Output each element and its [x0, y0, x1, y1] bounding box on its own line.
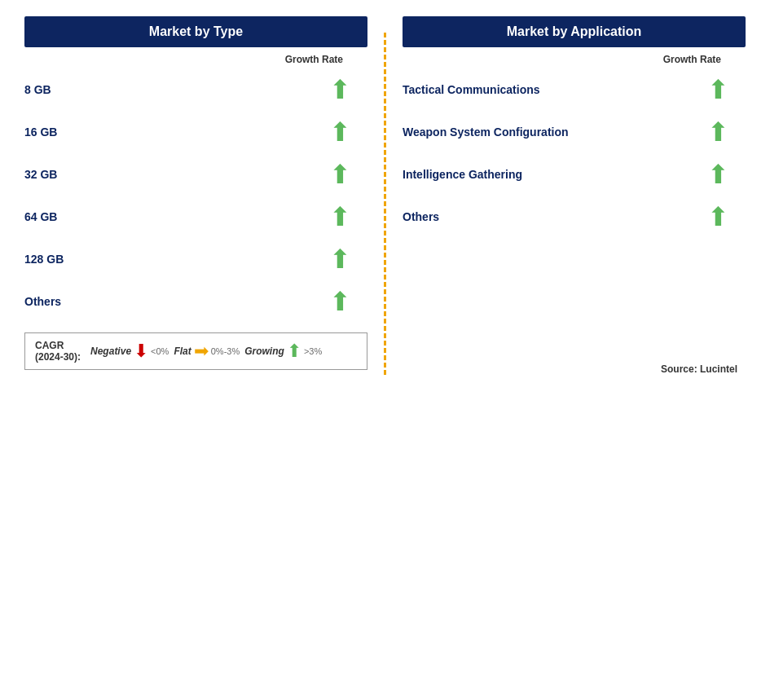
down-arrow-icon: ⬇ — [134, 341, 148, 362]
left-growth-rate-label: Growth Rate — [24, 47, 367, 68]
arrow-up-icon: ⬆ — [329, 246, 351, 272]
left-panel-header: Market by Type — [24, 16, 367, 47]
list-item: 16 GB ⬆ — [24, 111, 367, 153]
row-label-8gb: 8 GB — [24, 83, 329, 96]
list-item: 8 GB ⬆ — [24, 68, 367, 111]
legend-flat-label: Flat — [174, 346, 191, 357]
row-label-intelligence: Intelligence Gathering — [403, 168, 707, 181]
list-item: Tactical Communications ⬆ — [403, 68, 746, 111]
legend-growing-range: >3% — [304, 346, 322, 356]
arrow-up-icon: ⬆ — [707, 161, 729, 187]
arrow-up-icon: ⬆ — [329, 204, 351, 230]
arrow-up-icon: ⬆ — [707, 77, 729, 103]
row-label-others-right: Others — [403, 210, 707, 223]
list-item: Weapon System Configuration ⬆ — [403, 111, 746, 153]
row-label-64gb: 64 GB — [24, 210, 329, 223]
right-growth-rate-label: Growth Rate — [403, 47, 746, 68]
legend-title: CAGR — [35, 340, 81, 351]
up-arrow-icon: ⬆ — [287, 341, 301, 362]
arrow-up-icon: ⬆ — [707, 204, 729, 230]
list-item: Others ⬆ — [24, 280, 367, 323]
list-item: 32 GB ⬆ — [24, 153, 367, 196]
list-item: Others ⬆ — [403, 196, 746, 238]
row-label-others: Others — [24, 295, 329, 308]
arrow-up-icon: ⬆ — [329, 161, 351, 187]
legend-flat-range: 0%-3% — [211, 346, 240, 356]
legend-subtitle: (2024-30): — [35, 351, 81, 363]
legend-neg-label: Negative — [90, 346, 131, 357]
row-label-32gb: 32 GB — [24, 168, 329, 181]
legend-neg-range: <0% — [151, 346, 169, 356]
arrow-up-icon: ⬆ — [329, 77, 351, 103]
arrow-up-icon: ⬆ — [329, 119, 351, 145]
source-label: Source: Lucintel — [403, 347, 746, 375]
legend-box: CAGR (2024-30): Negative ⬇ <0% Flat ➡ 0%… — [24, 332, 367, 370]
legend-flat: Flat ➡ 0%-3% — [174, 341, 240, 362]
right-arrow-icon: ➡ — [194, 341, 209, 362]
row-label-weapon: Weapon System Configuration — [403, 125, 707, 139]
right-panel: Market by Application Growth Rate Tactic… — [403, 16, 746, 375]
list-item: 128 GB ⬆ — [24, 238, 367, 280]
left-panel: Market by Type Growth Rate 8 GB ⬆ 16 GB … — [24, 16, 367, 375]
right-panel-header: Market by Application — [403, 16, 746, 47]
legend-growing: Growing ⬆ >3% — [244, 341, 322, 362]
panel-divider — [384, 33, 386, 375]
list-item: 64 GB ⬆ — [24, 196, 367, 238]
row-label-128gb: 128 GB — [24, 253, 329, 266]
arrow-up-icon: ⬆ — [707, 119, 729, 145]
legend-negative: Negative ⬇ <0% — [90, 341, 169, 362]
list-item: Intelligence Gathering ⬆ — [403, 153, 746, 196]
legend-growing-label: Growing — [244, 346, 284, 357]
arrow-up-icon: ⬆ — [329, 288, 351, 315]
row-label-tactical: Tactical Communications — [403, 83, 707, 96]
row-label-16gb: 16 GB — [24, 125, 329, 139]
